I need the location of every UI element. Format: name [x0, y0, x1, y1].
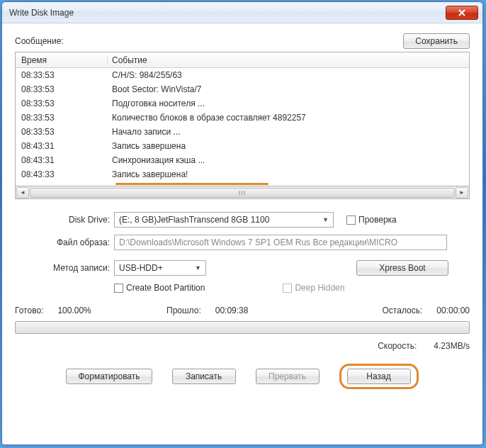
- horizontal-scrollbar[interactable]: ◄ III ►: [15, 186, 470, 199]
- checkbox-box-icon: [114, 284, 123, 293]
- table-row[interactable]: 08:33:53Boot Sector: WinVista/7: [16, 82, 469, 96]
- status-row: Готово: 100.00% Прошло: 00:09:38 Осталос…: [15, 306, 470, 315]
- create-boot-label: Create Boot Partition: [126, 283, 205, 293]
- disk-drive-value: (E:, 8 GB)JetFlashTranscend 8GB 1100: [119, 215, 269, 225]
- window-title: Write Disk Image: [9, 8, 446, 18]
- table-row[interactable]: 08:43:31Запись завершена: [16, 139, 469, 153]
- close-icon: [458, 9, 466, 17]
- form-section: Disk Drive: (E:, 8 GB)JetFlashTranscend …: [15, 212, 470, 389]
- chevron-down-icon: ▼: [322, 216, 329, 223]
- deep-hidden-label: Deep Hidden: [295, 283, 344, 293]
- remaining-value: 00:00:00: [436, 306, 470, 315]
- close-button[interactable]: [446, 6, 478, 20]
- log-header: Время Событие: [16, 52, 469, 68]
- verify-checkbox[interactable]: Проверка: [346, 215, 397, 225]
- remaining-label: Осталось:: [383, 306, 423, 315]
- message-label: Сообщение:: [15, 36, 64, 46]
- log-table: Время Событие 08:33:53C/H/S: 984/255/63 …: [15, 52, 470, 186]
- scroll-track[interactable]: III: [30, 188, 455, 198]
- col-header-event[interactable]: Событие: [108, 55, 469, 65]
- table-row[interactable]: 08:33:53Начало записи ...: [16, 125, 469, 139]
- speed-value: 4.23MB/s: [434, 341, 470, 351]
- elapsed-label: Прошло:: [166, 306, 201, 315]
- checkbox-box-icon: [346, 215, 356, 225]
- table-row[interactable]: 08:33:53Подготовка носителя ...: [16, 96, 469, 111]
- table-row[interactable]: 08:33:53Количество блоков в образе соста…: [16, 111, 469, 125]
- format-button[interactable]: Форматировать: [66, 369, 152, 384]
- ready-label: Готово:: [15, 306, 43, 315]
- scroll-thumb[interactable]: III: [30, 188, 455, 198]
- create-boot-partition-checkbox[interactable]: Create Boot Partition: [114, 283, 205, 293]
- table-row[interactable]: 08:43:33Запись завершена!: [16, 167, 469, 181]
- chevron-down-icon: ▼: [195, 264, 201, 271]
- back-button-highlight: Назад: [339, 364, 419, 389]
- write-method-label: Метод записи:: [15, 263, 114, 273]
- write-method-select[interactable]: USB-HDD+ ▼: [114, 260, 206, 276]
- titlebar[interactable]: Write Disk Image: [2, 2, 482, 23]
- col-header-time[interactable]: Время: [16, 55, 108, 65]
- image-file-value: D:\Downloads\Microsoft Windows 7 SP1 OEM…: [119, 237, 397, 247]
- scroll-right-icon[interactable]: ►: [456, 187, 468, 198]
- table-row[interactable]: 08:43:31Синхронизация кэша ...: [16, 153, 469, 167]
- back-button[interactable]: Назад: [347, 369, 411, 384]
- image-file-label: Файл образа:: [15, 237, 114, 247]
- deep-hidden-checkbox: Deep Hidden: [283, 283, 344, 293]
- table-row[interactable]: 08:33:53C/H/S: 984/255/63: [16, 68, 469, 82]
- content-area: Сообщение: Сохранить Время Событие 08:33…: [2, 23, 482, 399]
- image-file-field[interactable]: D:\Downloads\Microsoft Windows 7 SP1 OEM…: [114, 235, 447, 250]
- log-body: 08:33:53C/H/S: 984/255/63 08:33:53Boot S…: [16, 68, 469, 181]
- write-button[interactable]: Записать: [172, 369, 236, 384]
- disk-drive-label: Disk Drive:: [15, 215, 114, 225]
- checkbox-box-icon: [283, 284, 292, 293]
- highlight-underline: [115, 183, 269, 185]
- save-button[interactable]: Сохранить: [403, 33, 470, 49]
- write-method-value: USB-HDD+: [119, 263, 163, 273]
- abort-button: Прервать: [256, 369, 320, 384]
- ready-value: 100.00%: [57, 306, 91, 315]
- progress-bar: [15, 321, 470, 334]
- elapsed-value: 00:09:38: [215, 306, 249, 315]
- verify-checkbox-label: Проверка: [358, 215, 397, 225]
- speed-label: Скорость:: [378, 341, 417, 351]
- button-row: Форматировать Записать Прервать Назад: [15, 364, 470, 389]
- disk-drive-select[interactable]: (E:, 8 GB)JetFlashTranscend 8GB 1100 ▼: [114, 212, 334, 228]
- scroll-left-icon[interactable]: ◄: [16, 187, 29, 198]
- xpress-boot-button[interactable]: Xpress Boot: [356, 260, 448, 276]
- write-disk-image-window: Write Disk Image Сообщение: Сохранить Вр…: [1, 1, 483, 445]
